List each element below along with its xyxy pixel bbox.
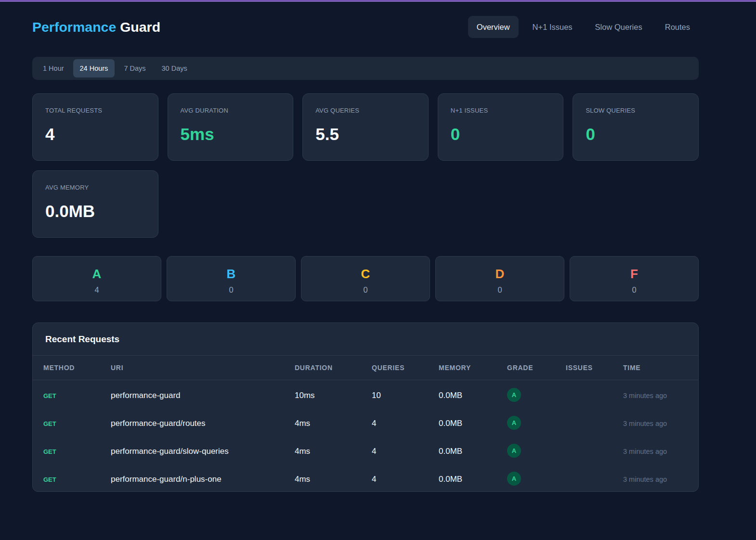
recent-requests-panel: Recent Requests METHOD URI DURATION QUER… (32, 322, 699, 492)
request-duration: 4ms (295, 475, 372, 484)
grade-badge: A (507, 416, 521, 430)
request-time: 3 minutes ago (623, 392, 698, 399)
column-header-grade: GRADE (507, 364, 566, 372)
time-range-1-hour[interactable]: 1 Hour (36, 59, 71, 77)
stat-card-n-plus-1-issues: N+1 ISSUES 0 (438, 93, 564, 161)
request-uri: performance-guard (111, 391, 295, 400)
stat-label: AVG MEMORY (45, 184, 145, 191)
nav-tab-n-plus-1-issues[interactable]: N+1 Issues (524, 16, 581, 38)
request-memory: 0.0MB (439, 447, 507, 456)
grade-letter: C (301, 267, 430, 281)
time-range-selector: 1 Hour 24 Hours 7 Days 30 Days (32, 57, 699, 80)
grade-card-a: A 4 (32, 256, 161, 301)
grade-letter: B (167, 267, 295, 281)
stat-value: 0 (451, 125, 551, 143)
table-row[interactable]: GET performance-guard/n-plus-one 4ms 4 0… (33, 464, 698, 492)
stat-value: 0 (586, 125, 686, 143)
grade-card-b: B 0 (167, 256, 296, 301)
stat-card-total-requests: TOTAL REQUESTS 4 (32, 93, 158, 161)
column-header-issues: ISSUES (566, 364, 623, 372)
stat-value: 5ms (181, 125, 281, 143)
grade-count: 0 (167, 285, 295, 295)
stat-card-slow-queries: SLOW QUERIES 0 (573, 93, 699, 161)
request-time: 3 minutes ago (623, 420, 698, 427)
page-title-secondary: Guard (120, 19, 160, 35)
time-range-7-days[interactable]: 7 Days (117, 59, 152, 77)
column-header-uri: URI (111, 364, 295, 372)
grade-card-f: F 0 (570, 256, 699, 301)
title-space (116, 19, 120, 35)
grade-count: 0 (301, 285, 430, 295)
request-method: GET (43, 420, 111, 427)
request-queries: 10 (372, 391, 439, 400)
nav-tab-overview[interactable]: Overview (468, 16, 519, 38)
request-duration: 4ms (295, 447, 372, 456)
grade-letter: D (436, 267, 564, 281)
grade-card-c: C 0 (301, 256, 430, 301)
request-uri: performance-guard/n-plus-one (111, 475, 295, 484)
column-header-memory: MEMORY (439, 364, 507, 372)
page-container: Performance Guard Overview N+1 Issues Sl… (32, 2, 699, 492)
request-duration: 4ms (295, 419, 372, 428)
request-memory: 0.0MB (439, 419, 507, 428)
stat-value: 5.5 (315, 125, 416, 143)
request-time: 3 minutes ago (623, 448, 698, 455)
stat-label: SLOW QUERIES (586, 107, 686, 114)
grade-count: 0 (436, 285, 564, 295)
recent-requests-title: Recent Requests (33, 323, 698, 355)
request-uri: performance-guard/slow-queries (111, 447, 295, 456)
stat-value: 4 (45, 125, 145, 143)
stat-label: AVG QUERIES (315, 107, 416, 114)
grade-badge: A (507, 444, 521, 458)
request-method: GET (43, 392, 111, 399)
request-memory: 0.0MB (439, 475, 507, 484)
request-grade-cell: A (507, 472, 566, 486)
request-method: GET (43, 476, 111, 483)
request-grade-cell: A (507, 416, 566, 430)
time-range-24-hours[interactable]: 24 Hours (73, 59, 115, 77)
requests-table-body: GET performance-guard 10ms 10 0.0MB A 3 … (33, 380, 698, 492)
stat-card-avg-memory: AVG MEMORY 0.0MB (32, 170, 158, 238)
requests-table-header: METHOD URI DURATION QUERIES MEMORY GRADE… (33, 355, 698, 380)
stat-label: AVG DURATION (181, 107, 281, 114)
grade-badge: A (507, 388, 521, 402)
request-time: 3 minutes ago (623, 476, 698, 483)
page-title: Performance Guard (32, 19, 160, 35)
header: Performance Guard Overview N+1 Issues Sl… (32, 2, 699, 38)
main-nav: Overview N+1 Issues Slow Queries Routes (468, 16, 699, 38)
request-method: GET (43, 448, 111, 455)
request-uri: performance-guard/routes (111, 419, 295, 428)
request-queries: 4 (372, 447, 439, 456)
grade-distribution: A 4 B 0 C 0 D 0 F 0 (32, 256, 699, 301)
stat-card-avg-queries: AVG QUERIES 5.5 (302, 93, 429, 161)
request-grade-cell: A (507, 388, 566, 402)
request-queries: 4 (372, 419, 439, 428)
time-range-30-days[interactable]: 30 Days (155, 59, 194, 77)
table-row[interactable]: GET performance-guard/slow-queries 4ms 4… (33, 436, 698, 464)
stat-value: 0.0MB (45, 202, 145, 220)
page-title-primary: Performance (32, 19, 116, 35)
grade-letter: A (33, 267, 161, 281)
grade-letter: F (570, 267, 698, 281)
nav-tab-routes[interactable]: Routes (656, 16, 699, 38)
request-duration: 10ms (295, 391, 372, 400)
stat-label: N+1 ISSUES (451, 107, 551, 114)
request-grade-cell: A (507, 444, 566, 458)
stats-grid: TOTAL REQUESTS 4 AVG DURATION 5ms AVG QU… (32, 93, 699, 238)
grade-badge: A (507, 472, 521, 486)
column-header-queries: QUERIES (372, 364, 439, 372)
column-header-time: TIME (623, 364, 698, 372)
stat-card-avg-duration: AVG DURATION 5ms (168, 93, 294, 161)
grade-card-d: D 0 (435, 256, 564, 301)
table-row[interactable]: GET performance-guard 10ms 10 0.0MB A 3 … (33, 380, 698, 408)
nav-tab-slow-queries[interactable]: Slow Queries (587, 16, 651, 38)
request-memory: 0.0MB (439, 391, 507, 400)
request-queries: 4 (372, 475, 439, 484)
stat-label: TOTAL REQUESTS (45, 107, 145, 114)
column-header-duration: DURATION (295, 364, 372, 372)
grade-count: 0 (570, 285, 698, 295)
grade-count: 4 (33, 285, 161, 295)
table-row[interactable]: GET performance-guard/routes 4ms 4 0.0MB… (33, 408, 698, 436)
column-header-method: METHOD (43, 364, 111, 372)
